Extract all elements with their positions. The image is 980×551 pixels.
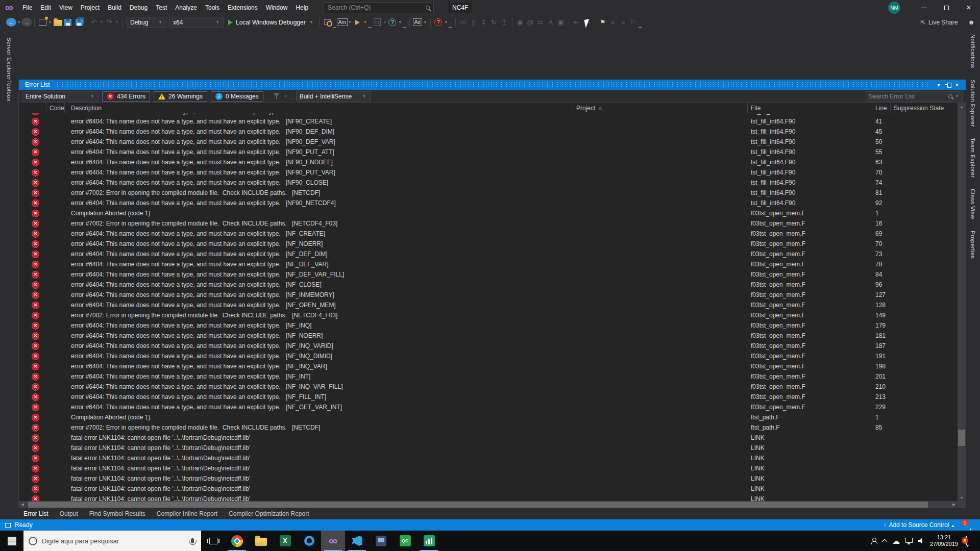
header-icon-column[interactable] xyxy=(19,103,46,113)
right-tool-tab[interactable]: Class View xyxy=(970,189,976,219)
scroll-right-icon[interactable]: ▶ xyxy=(950,501,958,508)
menu-item[interactable]: Tools xyxy=(201,0,224,15)
error-row[interactable]: error #6404: This name does not have a t… xyxy=(19,300,958,310)
onedrive-cloud-icon[interactable] xyxy=(892,537,900,545)
error-row[interactable]: error #6404: This name does not have a t… xyxy=(19,341,958,351)
error-list-titlebar[interactable]: Error List ▾ ✕ xyxy=(19,80,966,90)
window-position-icon[interactable]: ▾ xyxy=(934,80,943,89)
error-row[interactable]: error #6404: This name does not have a t… xyxy=(19,178,958,188)
bookmark-previous-icon[interactable]: « xyxy=(608,17,618,28)
menu-item[interactable]: Help xyxy=(291,0,312,15)
error-list-search-input[interactable]: Search Error List xyxy=(866,91,963,102)
redo-dropdown-icon[interactable] xyxy=(114,17,119,28)
error-row[interactable]: error #6404: This name does not have a t… xyxy=(19,290,958,300)
bottom-panel-tab[interactable]: Compiler Inline Report xyxy=(157,510,217,517)
error-row[interactable]: error #6404: This name does not have a t… xyxy=(19,351,958,361)
error-row[interactable]: error #6404: This name does not have a t… xyxy=(19,198,958,208)
taskbar-app-visual-studio[interactable] xyxy=(321,531,345,551)
add-to-source-control-button[interactable]: Add to Source Control xyxy=(889,521,949,529)
taskbar-app-dark[interactable] xyxy=(369,531,393,551)
error-row[interactable]: error #6404: This name does not have a t… xyxy=(19,402,958,412)
drag-handle[interactable] xyxy=(56,82,928,87)
menu-item[interactable]: Debug xyxy=(126,0,152,15)
text-tool-icon[interactable]: A xyxy=(546,17,556,28)
taskbar-clock[interactable]: 13:21 27/09/2019 xyxy=(930,534,958,547)
error-row[interactable]: error #6404: This name does not have a t… xyxy=(19,167,958,178)
error-row[interactable]: error #6404: This name does not have a t… xyxy=(19,371,958,382)
header-suppression-state[interactable]: Suppression State xyxy=(891,103,958,113)
copy-structure-icon[interactable]: ▣ xyxy=(556,17,566,28)
error-row[interactable]: Compilation Aborted (code 1) ftst_path.F… xyxy=(19,412,958,422)
error-row[interactable]: error #6404: This name does not have a t… xyxy=(19,116,958,127)
scroll-up-icon[interactable]: ▲ xyxy=(958,103,966,110)
chevron-down-icon[interactable] xyxy=(444,17,449,28)
menu-item[interactable]: Build xyxy=(104,0,126,15)
live-share-label[interactable]: Live Share xyxy=(928,19,958,26)
error-row[interactable]: error #7002: Error in opening the compil… xyxy=(19,188,958,198)
messages-toggle-button[interactable]: i 0 Messages xyxy=(211,91,263,102)
error-row[interactable]: fatal error LNK1104: cannot open file '.… xyxy=(19,484,958,494)
bottom-panel-tab[interactable]: Find Symbol Results xyxy=(89,510,145,517)
menu-item[interactable]: Analyze xyxy=(171,0,201,15)
undo-icon[interactable]: ↶ xyxy=(89,17,99,28)
bottom-panel-tab[interactable]: Error List xyxy=(23,510,48,517)
header-file[interactable]: File xyxy=(748,103,872,113)
left-tool-tab[interactable]: Toolbox xyxy=(6,80,12,102)
error-row[interactable]: fatal error LNK1104: cannot open file '.… xyxy=(19,443,958,453)
warnings-toggle-button[interactable]: 26 Warnings xyxy=(154,91,207,102)
menu-item[interactable]: Extensions xyxy=(224,0,262,15)
taskbar-app-chrome[interactable] xyxy=(225,531,249,551)
horizontal-scrollbar[interactable]: ◀ ▶ xyxy=(19,501,958,508)
vertical-scrollbar[interactable]: ▲ ▼ xyxy=(958,103,966,501)
taskbar-app-vscode[interactable] xyxy=(345,531,369,551)
redo-icon[interactable]: ↷ xyxy=(104,17,114,28)
chevron-down-icon[interactable] xyxy=(398,17,403,28)
error-row[interactable]: Compilation Aborted (code 1) f03tst_open… xyxy=(19,208,958,218)
scope-combo[interactable]: Entire Solution xyxy=(22,91,99,102)
bookmark-icon[interactable]: ⚑ xyxy=(598,17,608,28)
bookmark-clear-icon[interactable]: ⚐ xyxy=(628,17,639,28)
quick-search-input[interactable]: Search (Ctrl+Q) xyxy=(324,2,434,13)
error-row[interactable]: error #7002: Error in opening the compil… xyxy=(19,422,958,433)
source-filter-combo[interactable]: Build + IntelliSense xyxy=(296,91,371,102)
bottom-panel-tab[interactable]: Compiler Optimization Report xyxy=(229,510,309,517)
error-row[interactable]: error #6404: This name does not have a t… xyxy=(19,331,958,341)
navigate-back-dropdown-icon[interactable] xyxy=(16,17,21,28)
network-icon[interactable] xyxy=(905,538,913,543)
feedback-icon[interactable] xyxy=(968,18,975,26)
left-tool-tab[interactable]: Server Explorer xyxy=(6,37,12,80)
menu-item[interactable]: Test xyxy=(152,0,171,15)
taskbar-app-green-chart[interactable] xyxy=(417,531,441,551)
error-row[interactable]: error #6404: This name does not have a t… xyxy=(19,147,958,157)
step-over-icon[interactable]: ↻ xyxy=(489,17,499,28)
header-project[interactable]: Project △ xyxy=(573,103,748,113)
taskbar-app-file-explorer[interactable] xyxy=(249,531,273,551)
error-row[interactable]: fatal error LNK1104: cannot open file '.… xyxy=(19,473,958,484)
step-into-icon[interactable]: ↧ xyxy=(479,17,489,28)
taskbar-app-blue-circle[interactable] xyxy=(297,531,321,551)
header-line[interactable]: Line xyxy=(872,103,891,113)
error-row[interactable]: error #6404: This name does not have a t… xyxy=(19,137,958,147)
error-row[interactable]: fatal error LNK1104: cannot open file '.… xyxy=(19,463,958,473)
error-row[interactable]: fatal error LNK1104: cannot open file '.… xyxy=(19,453,958,463)
task-list-icon[interactable]: ≔ xyxy=(458,17,469,28)
errors-toggle-button[interactable]: 434 Errors xyxy=(102,91,150,102)
menu-item[interactable]: View xyxy=(55,0,77,15)
taskbar-app-qc[interactable] xyxy=(393,531,417,551)
navigate-back-icon[interactable] xyxy=(6,18,16,27)
error-row[interactable]: fatal error LNK1104: cannot open file '.… xyxy=(19,433,958,443)
right-tool-tab[interactable]: Solution Explorer xyxy=(970,80,976,127)
right-tool-tab[interactable]: Properties xyxy=(970,231,976,259)
right-tool-tab[interactable]: Notifications xyxy=(970,34,976,68)
taskbar-app-excel[interactable] xyxy=(273,531,297,551)
error-row[interactable]: error #6404: This name does not have a t… xyxy=(19,280,958,290)
scroll-left-icon[interactable]: ◀ xyxy=(19,501,26,508)
step-out-icon[interactable]: ↥ xyxy=(499,17,509,28)
undo-dropdown-icon[interactable] xyxy=(99,17,104,28)
bookmark-next-icon[interactable]: » xyxy=(618,17,628,28)
solution-platform-combo[interactable]: x64 xyxy=(169,17,224,28)
action-center-button[interactable]: 5 xyxy=(966,536,976,545)
error-row[interactable]: fatal error LNK1104: cannot open file '.… xyxy=(19,494,958,501)
taskbar-search-input[interactable]: Digite aqui para pesquisar xyxy=(23,531,201,551)
show-hidden-icons-icon[interactable] xyxy=(881,539,887,544)
